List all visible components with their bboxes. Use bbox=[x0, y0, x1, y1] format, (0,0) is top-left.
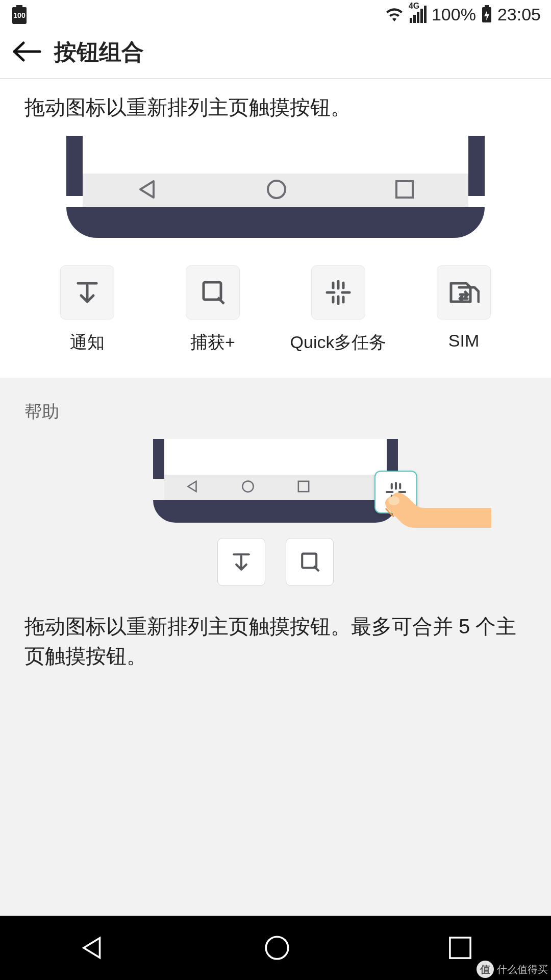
svg-point-20 bbox=[243, 481, 254, 492]
tray-sim[interactable]: SIM bbox=[415, 265, 512, 354]
hand-pointer-icon bbox=[383, 487, 495, 561]
svg-text:100: 100 bbox=[13, 11, 26, 19]
clock: 23:05 bbox=[497, 5, 541, 24]
cell-signal-icon: 4G bbox=[410, 6, 427, 23]
svg-marker-35 bbox=[84, 938, 99, 958]
tray-capture-plus[interactable]: 捕获+ bbox=[164, 265, 261, 354]
instruction-text: 拖动图标以重新排列主页触摸按钮。 bbox=[24, 94, 527, 120]
help-illustration bbox=[112, 439, 439, 523]
svg-rect-9 bbox=[204, 282, 221, 300]
help-description: 拖动图标以重新排列主页触摸按钮。最多可合并 5 个主页触摸按钮。 bbox=[24, 611, 527, 671]
nav-home-icon[interactable] bbox=[264, 177, 289, 204]
app-bar: 按钮组合 bbox=[0, 29, 551, 79]
help-section: 帮助 bbox=[0, 378, 551, 916]
svg-rect-37 bbox=[450, 938, 470, 958]
capture-plus-icon bbox=[186, 265, 240, 320]
system-recent-button[interactable] bbox=[447, 935, 473, 961]
tray-label: 通知 bbox=[70, 331, 105, 354]
help-title: 帮助 bbox=[24, 400, 527, 424]
notification-pull-icon[interactable] bbox=[217, 538, 265, 586]
system-home-button[interactable] bbox=[262, 933, 292, 963]
tray-notification[interactable]: 通知 bbox=[39, 265, 136, 354]
svg-rect-2 bbox=[485, 5, 489, 7]
tray-label: Quick多任务 bbox=[290, 331, 387, 354]
nav-back-icon[interactable] bbox=[135, 177, 160, 204]
nav-home-icon bbox=[240, 479, 256, 496]
nav-recent-icon[interactable] bbox=[393, 178, 416, 203]
battery-charging-icon bbox=[481, 5, 492, 23]
battery-indicator-icon: 100 bbox=[10, 4, 29, 24]
phone-preview bbox=[66, 136, 485, 238]
watermark-text: 什么值得买 bbox=[497, 963, 548, 976]
watermark: 值 什么值得买 bbox=[477, 961, 548, 978]
svg-point-36 bbox=[266, 937, 288, 959]
svg-point-5 bbox=[268, 181, 285, 198]
sim-switch-icon bbox=[437, 265, 491, 320]
capture-plus-icon[interactable] bbox=[286, 538, 334, 586]
tray-quick-multitask[interactable]: Quick多任务 bbox=[290, 265, 387, 354]
button-tray: 通知 捕获+ bbox=[24, 265, 527, 354]
status-bar: 100 4G 100% 23:05 bbox=[0, 0, 551, 29]
svg-point-30 bbox=[388, 496, 399, 505]
back-button[interactable] bbox=[12, 40, 42, 65]
battery-percent: 100% bbox=[432, 5, 476, 24]
nav-back-icon bbox=[185, 479, 200, 496]
watermark-badge: 值 bbox=[477, 961, 494, 978]
tray-label: SIM bbox=[448, 331, 479, 351]
page-title: 按钮组合 bbox=[54, 37, 144, 67]
svg-rect-6 bbox=[396, 181, 413, 198]
system-back-button[interactable] bbox=[78, 933, 107, 963]
svg-marker-4 bbox=[140, 181, 154, 198]
svg-rect-21 bbox=[298, 481, 309, 492]
wifi-icon bbox=[384, 6, 405, 22]
tray-label: 捕获+ bbox=[190, 331, 235, 354]
system-nav-bar: 值 什么值得买 bbox=[0, 916, 551, 980]
svg-marker-19 bbox=[188, 481, 196, 492]
nav-recent-icon bbox=[296, 479, 311, 496]
notification-pull-icon bbox=[60, 265, 114, 320]
svg-rect-33 bbox=[302, 554, 316, 568]
quick-memo-icon bbox=[311, 265, 365, 320]
arrange-section: 拖动图标以重新排列主页触摸按钮。 bbox=[0, 79, 551, 378]
